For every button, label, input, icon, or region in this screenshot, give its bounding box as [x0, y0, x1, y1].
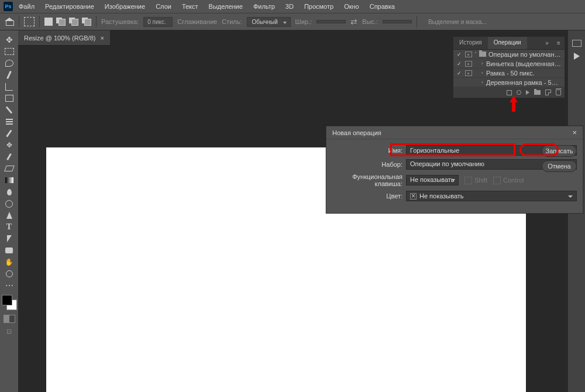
sel-int-icon[interactable] — [82, 18, 91, 26]
close-icon[interactable]: × — [100, 35, 104, 42]
menu-image[interactable]: Изображение — [100, 1, 150, 12]
height-input[interactable] — [383, 20, 412, 23]
dialog-toggle-icon[interactable] — [465, 61, 472, 67]
screen-mode-icon[interactable]: ⊡ — [0, 328, 18, 335]
menu-help[interactable]: Справка — [365, 1, 400, 12]
annotation-arrow — [510, 95, 518, 112]
blur-tool[interactable] — [0, 186, 18, 198]
feather-label: Растушевка: — [101, 18, 139, 25]
control-checkbox[interactable]: Control — [493, 177, 524, 184]
action-row[interactable]: ✓›Виньетка (выделенная о... — [453, 59, 565, 68]
heal-tool[interactable] — [0, 116, 18, 128]
wand-tool[interactable] — [0, 69, 18, 81]
chevron-right-icon[interactable]: › — [481, 80, 486, 85]
action-name: Виньетка (выделенная о... — [486, 60, 561, 67]
frame-tool[interactable] — [0, 92, 18, 104]
dialog-toggle-icon[interactable] — [465, 51, 472, 57]
action-row[interactable]: ✓›Рамка - 50 пикс. — [453, 68, 565, 78]
history-brush-tool[interactable] — [0, 151, 18, 163]
eyedropper-tool[interactable] — [0, 104, 18, 116]
play-icon[interactable] — [574, 53, 580, 60]
new-action-icon[interactable] — [545, 90, 551, 95]
menu-layers[interactable]: Слои — [151, 1, 176, 12]
feather-input[interactable]: 0 пикс. — [143, 17, 173, 27]
menu-view[interactable]: Просмотр — [300, 1, 338, 12]
new-action-dialog: Новая операция × Имя: Горизонтальные Наб… — [326, 126, 583, 214]
selection-mode-group — [44, 18, 91, 26]
panel-menu-icon[interactable]: ≡ — [553, 37, 565, 49]
shift-checkbox[interactable]: Shift — [464, 177, 487, 184]
menu-filter[interactable]: Фильтр — [249, 1, 280, 12]
menu-edit[interactable]: Редактирование — [40, 1, 99, 12]
set-label: Набор: — [332, 161, 406, 168]
zoom-tool[interactable] — [0, 268, 18, 280]
sel-new-icon[interactable] — [44, 18, 53, 26]
color-dropdown[interactable]: Не показывать — [406, 191, 577, 201]
path-tool[interactable] — [0, 233, 18, 245]
toolbar: ⊡ — [0, 30, 18, 392]
cancel-button[interactable]: Отмена — [542, 160, 577, 172]
new-set-icon[interactable] — [534, 90, 541, 95]
home-icon[interactable] — [5, 18, 14, 26]
menu-select[interactable]: Выделение — [204, 1, 247, 12]
action-row[interactable]: ✓˅Операции по умолчанию — [453, 50, 565, 59]
select-and-mask-button[interactable]: Выделение и маска... — [422, 16, 493, 27]
tab-actions[interactable]: Операции — [488, 37, 527, 49]
pen-tool[interactable] — [0, 209, 18, 221]
move-tool[interactable] — [0, 34, 18, 46]
color-label: Цвет: — [332, 192, 406, 200]
hand-tool[interactable] — [0, 256, 18, 268]
name-label: Имя: — [332, 147, 406, 154]
key-dropdown[interactable]: Не показывать — [406, 175, 459, 185]
chevron-right-icon[interactable]: › — [481, 70, 486, 75]
panel-icon[interactable] — [572, 40, 581, 47]
sel-add-icon[interactable] — [56, 18, 66, 26]
text-tool[interactable] — [0, 221, 18, 233]
check-icon[interactable]: ✓ — [457, 70, 463, 76]
check-icon[interactable]: ✓ — [457, 51, 463, 57]
trash-icon[interactable] — [556, 90, 561, 95]
marquee-icon[interactable] — [24, 17, 35, 26]
play-icon[interactable] — [526, 90, 529, 95]
color-swatches[interactable] — [2, 295, 17, 310]
record-button[interactable]: Записать — [542, 145, 577, 157]
stamp-tool[interactable] — [0, 139, 18, 151]
record-icon[interactable] — [517, 90, 521, 95]
stop-icon[interactable] — [507, 90, 512, 95]
check-icon[interactable]: ✓ — [457, 61, 463, 67]
marquee-tool[interactable] — [0, 46, 18, 57]
tab-history[interactable]: История — [453, 37, 488, 49]
close-icon[interactable]: × — [572, 128, 577, 137]
sel-sub-icon[interactable] — [69, 18, 78, 26]
brush-tool[interactable] — [0, 128, 18, 139]
options-bar: Растушевка: 0 пикс. Сглаживание Стиль: О… — [0, 13, 585, 30]
swap-icon[interactable]: ⇄ — [350, 17, 357, 26]
menu-text[interactable]: Текст — [177, 1, 203, 12]
menu-3d[interactable]: 3D — [281, 1, 298, 12]
height-label: Выс.: — [362, 18, 378, 25]
dialog-toggle-icon[interactable] — [465, 70, 472, 76]
eraser-tool[interactable] — [0, 163, 18, 174]
width-input[interactable] — [316, 20, 346, 23]
style-dropdown[interactable]: Обычный — [247, 17, 291, 27]
antialias-checkbox[interactable]: Сглаживание — [177, 18, 217, 25]
action-name: Деревянная рамка - 50 п... — [486, 79, 561, 86]
chevron-right-icon[interactable]: › — [481, 61, 486, 66]
lasso-tool[interactable] — [0, 57, 18, 69]
document-tab[interactable]: Resize @ 100% (RGB/8) × — [18, 30, 110, 46]
dodge-tool[interactable] — [0, 198, 18, 209]
shape-tool[interactable] — [0, 245, 18, 256]
no-color-icon — [410, 193, 417, 200]
actions-list: ✓˅Операции по умолчанию ✓›Виньетка (выде… — [453, 50, 565, 87]
gradient-tool[interactable] — [0, 174, 18, 186]
action-row[interactable]: ›Деревянная рамка - 50 п... — [453, 78, 565, 87]
quick-mask-icon[interactable] — [4, 315, 15, 323]
chevron-down-icon[interactable]: ˅ — [474, 51, 479, 57]
menu-file[interactable]: Файл — [14, 1, 39, 12]
crop-tool[interactable] — [0, 81, 18, 92]
app-logo: Ps — [4, 2, 13, 11]
collapse-icon[interactable]: » — [541, 37, 553, 49]
foreground-color[interactable] — [2, 295, 12, 305]
menu-window[interactable]: Окно — [339, 1, 364, 12]
edit-toolbar[interactable] — [0, 280, 18, 291]
